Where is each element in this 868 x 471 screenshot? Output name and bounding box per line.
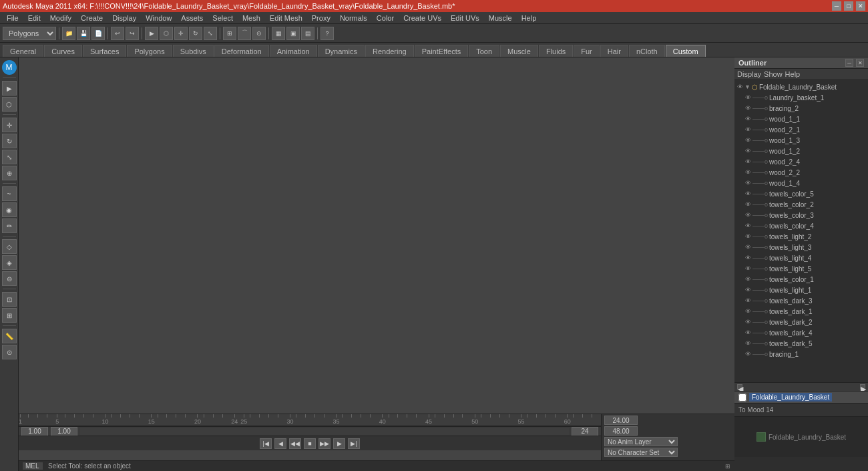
tab-fur[interactable]: Fur [574, 45, 600, 57]
om-display[interactable]: Display [737, 70, 761, 78]
pb-stop[interactable]: ■ [304, 438, 316, 449]
outliner-tree[interactable]: 👁 ▼ ⬡ Foldable_Laundry_Basket 👁 ——o Laun… [734, 80, 868, 382]
pb-next-frame[interactable]: ▶ [333, 438, 345, 449]
tab-subdivs[interactable]: Subdivs [173, 45, 214, 57]
tree-item-3[interactable]: 👁 ——o wood_2_1 [734, 124, 868, 135]
tree-item-12[interactable]: 👁 ——o towels_color_4 [734, 220, 868, 231]
range-end-input[interactable] [572, 427, 598, 436]
tree-item-17[interactable]: 👁 ——o towels_color_1 [734, 274, 868, 285]
menu-edit[interactable]: Edit [24, 13, 45, 23]
close-button[interactable]: ✕ [856, 1, 865, 11]
tb-select[interactable]: ▶ [145, 27, 158, 40]
tb-help[interactable]: ? [320, 27, 334, 40]
tb-ipr[interactable]: ▤ [301, 27, 314, 40]
tree-item-15[interactable]: 👁 ——o towels_light_4 [734, 253, 868, 263]
menu-create-uvs[interactable]: Create UVs [399, 13, 445, 23]
menu-edit-uvs[interactable]: Edit UVs [447, 13, 483, 23]
menu-assets[interactable]: Assets [177, 13, 207, 23]
lt-measure[interactable]: 📏 [2, 329, 17, 343]
tb-snap-grid[interactable]: ⊞ [223, 27, 236, 40]
pb-next-key[interactable]: ▶| [348, 438, 360, 449]
tab-general[interactable]: General [3, 45, 43, 57]
tb-render2[interactable]: ▣ [286, 27, 300, 40]
tree-item-5[interactable]: 👁 ——o wood_1_2 [734, 146, 868, 156]
tab-toon[interactable]: Toon [469, 45, 499, 57]
pb-prev-frame[interactable]: ◀ [274, 438, 286, 449]
lt-show-manip[interactable]: ⊞ [2, 308, 17, 323]
menu-color[interactable]: Color [373, 13, 398, 23]
tree-item-22[interactable]: 👁 ——o towels_dark_4 [734, 327, 868, 338]
lt-snap[interactable]: ⊙ [2, 345, 17, 359]
tree-item-8[interactable]: 👁 ——o wood_1_4 [734, 178, 868, 188]
tb-new[interactable]: 📄 [91, 27, 105, 40]
current-time-input[interactable] [604, 416, 638, 425]
current-frame-input[interactable] [51, 427, 77, 436]
menu-edit-mesh[interactable]: Edit Mesh [266, 13, 306, 23]
pb-play-fwd[interactable]: ▶▶ [318, 438, 331, 449]
range-start-input[interactable] [21, 427, 48, 436]
menu-window[interactable]: Window [142, 13, 176, 23]
cb-icon-1[interactable] [756, 432, 766, 442]
maya-logo[interactable]: M [2, 60, 17, 75]
tree-item-13[interactable]: 👁 ——o towels_light_2 [734, 231, 868, 242]
om-show[interactable]: Show [764, 70, 783, 78]
tab-curves[interactable]: Curves [44, 45, 82, 57]
lt-sculpt[interactable]: ◉ [2, 202, 17, 217]
lt-rotate-tool[interactable]: ↻ [2, 134, 17, 148]
om-help[interactable]: Help [785, 70, 801, 78]
tab-hair[interactable]: Hair [600, 45, 628, 57]
menu-modify[interactable]: Modify [46, 13, 75, 23]
tree-item-1[interactable]: 👁 ——o bracing_2 [734, 103, 868, 114]
menu-file[interactable]: File [3, 13, 23, 23]
lt-scale-tool[interactable]: ⤡ [2, 150, 17, 164]
tb-snap-point[interactable]: ⊙ [252, 27, 266, 40]
tab-muscle[interactable]: Muscle [500, 45, 538, 57]
menu-display[interactable]: Display [108, 13, 140, 23]
tree-item-0[interactable]: 👁 ——o Laundry_basket_1 [734, 92, 868, 103]
maximize-button[interactable]: □ [844, 1, 853, 11]
tb-open[interactable]: 📁 [62, 27, 75, 40]
menu-mesh[interactable]: Mesh [238, 13, 264, 23]
tree-item-14[interactable]: 👁 ——o towels_light_3 [734, 242, 868, 253]
lt-select-tool[interactable]: ▶ [2, 81, 17, 96]
lt-paint[interactable]: ✏ [2, 218, 17, 233]
fps-input[interactable] [604, 426, 638, 436]
tb-undo[interactable]: ↩ [111, 27, 124, 40]
tree-item-7[interactable]: 👁 ——o wood_2_2 [734, 167, 868, 178]
char-set-dropdown[interactable]: No Character Set [604, 448, 678, 457]
anim-layer-dropdown[interactable]: No Anim Layer [604, 437, 678, 446]
menu-help[interactable]: Help [517, 13, 541, 23]
minimize-button[interactable]: ─ [832, 1, 841, 11]
menu-proxy[interactable]: Proxy [308, 13, 335, 23]
tab-deformation[interactable]: Deformation [214, 45, 269, 57]
tree-item-23[interactable]: 👁 ——o towels_dark_5 [734, 338, 868, 349]
lt-camera[interactable]: ⊡ [2, 292, 17, 307]
tab-surfaces[interactable]: Surfaces [83, 45, 126, 57]
tab-animation[interactable]: Animation [270, 45, 317, 57]
tree-item-6[interactable]: 👁 ——o wood_2_4 [734, 156, 868, 167]
tree-item-16[interactable]: 👁 ——o towels_light_5 [734, 263, 868, 274]
pb-prev-key[interactable]: |◀ [260, 438, 272, 449]
tab-fluids[interactable]: Fluids [539, 45, 573, 57]
menu-create[interactable]: Create [77, 13, 107, 23]
tab-dynamics[interactable]: Dynamics [318, 45, 365, 57]
tb-render[interactable]: ▦ [272, 27, 285, 40]
tb-snap-curve[interactable]: ⌒ [238, 27, 251, 40]
tab-ncloth[interactable]: nCloth [629, 45, 665, 57]
ot-scroll-left[interactable]: ◀ [737, 384, 742, 389]
lt-soft-mod[interactable]: ~ [2, 186, 17, 201]
tree-item-root[interactable]: 👁 ▼ ⬡ Foldable_Laundry_Basket [734, 82, 868, 92]
tab-polygons[interactable]: Polygons [127, 45, 172, 57]
tree-item-9[interactable]: 👁 ——o towels_color_5 [734, 188, 868, 199]
lt-ep[interactable]: ◈ [2, 255, 17, 270]
tree-item-20[interactable]: 👁 ——o towels_dark_1 [734, 306, 868, 317]
tab-custom[interactable]: Custom [666, 45, 706, 57]
tab-rendering[interactable]: Rendering [365, 45, 414, 57]
tree-item-10[interactable]: 👁 ——o towels_color_2 [734, 199, 868, 210]
tree-item-11[interactable]: 👁 ——o towels_color_3 [734, 210, 868, 220]
mode-dropdown[interactable]: Polygons [3, 27, 56, 40]
lt-cv[interactable]: ◇ [2, 239, 17, 254]
lt-universal[interactable]: ⊕ [2, 166, 17, 180]
tb-redo[interactable]: ↪ [126, 27, 139, 40]
lt-param[interactable]: ⊖ [2, 271, 17, 286]
